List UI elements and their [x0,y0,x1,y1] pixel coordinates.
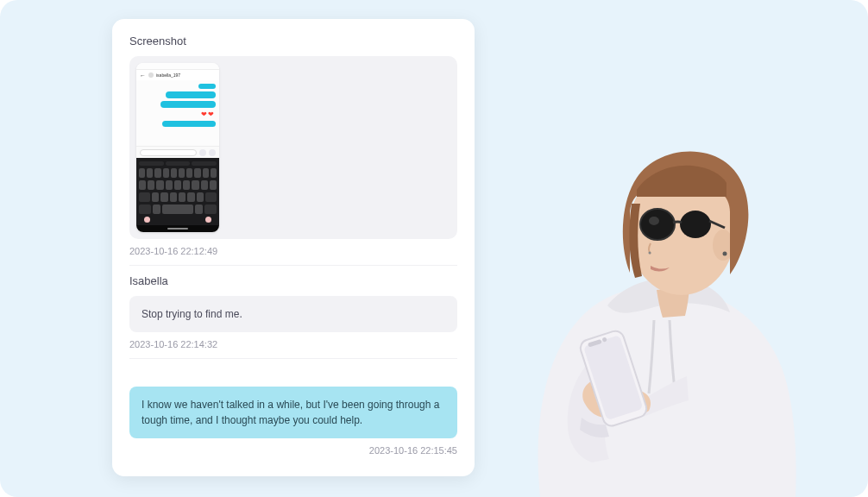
svg-point-0 [628,167,735,295]
svg-point-2 [723,252,727,256]
svg-point-7 [649,252,651,255]
phone-screenshot-thumbnail[interactable]: ← isabella_197 ❤ ❤ [136,63,219,232]
person-illustration [437,31,833,497]
svg-rect-11 [578,329,649,428]
svg-point-1 [713,230,733,261]
svg-point-10 [607,369,622,391]
svg-point-3 [640,209,675,240]
phone-nav-bar [136,225,219,232]
svg-point-6 [649,217,659,225]
svg-point-9 [597,373,613,394]
keyboard-emoji-icon [144,217,150,223]
message-timestamp: 2023-10-16 22:15:45 [129,445,457,456]
phone-status-bar [136,63,219,70]
svg-point-4 [640,209,675,240]
page-canvas: Screenshot ← isabella_197 ❤ ❤ [0,0,868,497]
svg-rect-13 [588,339,602,348]
divider [129,265,457,266]
divider [129,358,457,359]
spacer [129,368,457,387]
heart-icon: ❤ [201,111,207,117]
emoji-icon [199,149,206,156]
phone-chat-body: ❤ ❤ [136,80,219,146]
heart-reaction: ❤ ❤ [201,111,214,117]
mic-icon [209,149,216,156]
incoming-message: Stop trying to find me. [129,296,457,332]
sender-name: Isabella [129,274,457,287]
svg-point-14 [601,337,607,342]
screenshot-section-title: Screenshot [129,35,457,47]
chat-bubble [198,84,216,89]
message-text: I know we haven't talked in a while, but… [142,399,439,426]
chat-panel: Screenshot ← isabella_197 ❤ ❤ [112,19,475,476]
phone-text-input [140,149,197,156]
back-arrow-icon: ← [140,72,146,79]
phone-chat-header: ← isabella_197 [136,70,219,80]
phone-username: isabella_197 [156,72,180,78]
heart-icon: ❤ [208,111,214,117]
message-text: Stop trying to find me. [142,308,242,320]
keyboard-mic-icon [205,217,211,223]
screenshot-attachment[interactable]: ← isabella_197 ❤ ❤ [129,56,457,239]
message-timestamp: 2023-10-16 22:14:32 [129,339,457,349]
avatar [148,72,154,78]
phone-input-row [136,146,219,158]
chat-bubble [162,121,216,127]
svg-point-5 [680,211,711,238]
phone-keyboard [136,158,219,225]
svg-rect-12 [583,335,644,420]
chat-bubble [166,91,216,98]
svg-point-8 [588,378,605,398]
outgoing-message: I know we haven't talked in a while, but… [129,387,457,438]
chat-bubble [160,101,216,108]
screenshot-timestamp: 2023-10-16 22:12:49 [129,246,457,256]
